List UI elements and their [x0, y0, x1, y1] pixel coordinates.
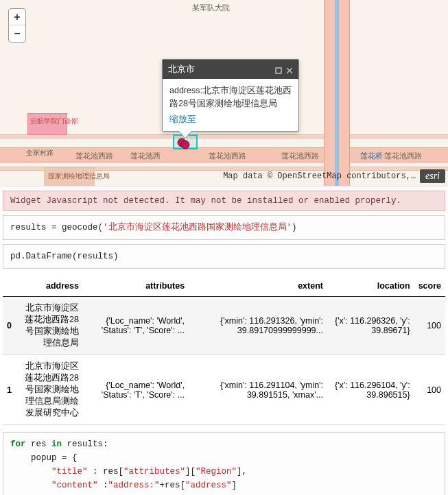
poi-label: 某军队大院	[192, 3, 230, 13]
code-cell-3[interactable]: for res in results: popup = { "title" : …	[3, 432, 445, 495]
street-label: 莲花池西路	[209, 151, 246, 161]
popup-body: address:北京市海淀区莲花池西路28号国家测绘地理信息局 缩放至	[163, 79, 298, 131]
col-index	[3, 276, 16, 297]
dataframe-output: address attributes extent location score…	[3, 276, 445, 425]
col-location: location	[327, 276, 414, 297]
poi-label: 全家村路	[26, 148, 54, 158]
popup-title: 北京市	[168, 63, 195, 75]
road-highlight	[335, 0, 339, 186]
street-label: 莲花池西路	[384, 151, 422, 161]
street-label: 莲花池西路	[281, 151, 319, 161]
poi-label: 国家测绘地理信息局	[48, 171, 110, 181]
popup-zoom-link[interactable]: 缩放至	[169, 113, 196, 126]
esri-logo: esri	[420, 169, 445, 183]
popup-body-prefix: address:	[169, 86, 202, 95]
table-header-row: address attributes extent location score	[3, 276, 445, 297]
close-icon[interactable]	[286, 66, 293, 73]
attribution-text: Map data © OpenStreetMap contributors,…	[223, 171, 416, 181]
col-attributes: attributes	[83, 276, 189, 297]
street-label: 莲花池西	[130, 151, 161, 161]
cell-address: 北京市海淀区莲花池西路28号国家测绘地理信息局测绘发展研究中心	[16, 355, 83, 425]
cell-score: 100	[414, 355, 445, 425]
cell-attributes: {'Loc_name': 'World', 'Status': 'T', 'Sc…	[83, 355, 189, 425]
svg-rect-2	[276, 68, 281, 73]
cell-extent: {'xmin': 116.291326, 'ymin': 39.89170999…	[189, 297, 327, 355]
col-address: address	[16, 276, 83, 297]
poi-label: 启航学院门诊部	[30, 117, 78, 126]
cell-score: 100	[414, 297, 445, 355]
cell-attributes: {'Loc_name': 'World', 'Status': 'T', 'Sc…	[83, 297, 189, 355]
code-cell-2[interactable]: pd.DataFrame(results)	[3, 244, 445, 269]
popup-header: 北京市	[163, 60, 298, 79]
cell-address: 北京市海淀区莲花池西路28号国家测绘地理信息局	[16, 297, 83, 355]
code-cell-1[interactable]: results = geocode('北京市海淀区莲花池西路国家测绘地理信息局'…	[3, 215, 445, 240]
widget-warning: Widget Javascript not detected. It may n…	[3, 191, 445, 211]
street-label: 莲花桥	[360, 151, 383, 161]
zoom-control: + −	[8, 8, 26, 43]
map-popup: 北京市 address:北京市海淀区莲花池西路28号国家测绘地理信息局 缩放至	[162, 59, 299, 132]
cell-location: {'x': 116.296326, 'y': 39.89671}	[327, 297, 414, 355]
map-attribution: Map data © OpenStreetMap contributors,… …	[223, 169, 445, 183]
cell-extent: {'xmin': 116.291104, 'ymin': 39.891515, …	[189, 355, 327, 425]
cell-index: 1	[3, 355, 16, 425]
table-row: 0 北京市海淀区莲花池西路28号国家测绘地理信息局 {'Loc_name': '…	[3, 297, 445, 355]
zoom-in-button[interactable]: +	[9, 9, 25, 25]
col-score: score	[414, 276, 445, 297]
svg-point-1	[181, 141, 189, 149]
col-extent: extent	[189, 276, 327, 297]
cell-index: 0	[3, 297, 16, 355]
zoom-out-button[interactable]: −	[9, 25, 25, 42]
cell-location: {'x': 116.296104, 'y': 39.896515}	[327, 355, 414, 425]
maximize-icon[interactable]	[275, 66, 282, 73]
map-view[interactable]: 某军队大院 启航学院门诊部 国家测绘地理信息局 全家村路 莲花池西路 莲花池西 …	[0, 0, 448, 186]
street-label: 莲花池西路	[75, 151, 113, 161]
table-row: 1 北京市海淀区莲花池西路28号国家测绘地理信息局测绘发展研究中心 {'Loc_…	[3, 355, 445, 425]
